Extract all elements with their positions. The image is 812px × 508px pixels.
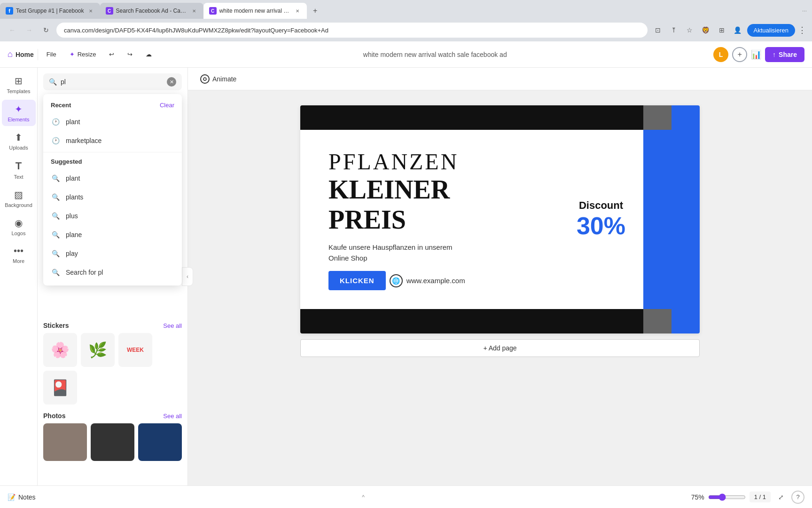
toolbar-divider-1 [38, 49, 38, 60]
photo-item-1[interactable] [43, 423, 87, 461]
home-label: Home [16, 51, 34, 58]
sidebar-item-background[interactable]: ▨ Background [2, 185, 36, 212]
sidebar-item-label-elements: Elements [8, 117, 30, 122]
search-input[interactable] [61, 78, 163, 86]
tab-canva-search[interactable]: C Search Facebook Ad - Canva ✕ [100, 3, 203, 19]
profile-icon[interactable]: 👤 [731, 24, 744, 37]
chevron-up-icon[interactable]: ^ [362, 494, 365, 500]
notes-label: Notes [18, 493, 36, 501]
sidebar-item-templates[interactable]: ⊞ Templates [2, 71, 36, 98]
suggested-item-plant[interactable]: 🔍 plant [43, 169, 182, 188]
clear-recent-button[interactable]: Clear [160, 102, 174, 109]
forward-button[interactable]: → [23, 24, 36, 37]
see-all-stickers-button[interactable]: See all [163, 322, 182, 329]
animate-icon: ⭘ [200, 74, 210, 84]
sticker-item-2[interactable]: 🌿 [81, 333, 115, 367]
clock-icon-1: 🕐 [51, 117, 60, 127]
see-all-photos-button[interactable]: See all [163, 413, 182, 420]
animate-button[interactable]: ⭘ Animate [195, 71, 241, 87]
bottom-bar: 📝 Notes ^ 75% 1 / 1 ⤢ ? [0, 485, 812, 508]
sidebar-item-uploads[interactable]: ⬆ Uploads [2, 128, 36, 154]
sidebar-item-label-text: Text [14, 174, 23, 180]
tab-close-facebook[interactable]: ✕ [87, 7, 94, 15]
suggested-item-play[interactable]: 🔍 play [43, 244, 182, 263]
notes-button[interactable]: 📝 Notes [8, 493, 36, 501]
photo-item-2[interactable] [91, 423, 134, 461]
suggested-item-search-pl[interactable]: 🔍 Search for pl [43, 263, 182, 282]
file-button[interactable]: File [42, 48, 61, 61]
design-card[interactable]: 🔒 ⧉ ↑ ↻ [300, 105, 700, 333]
add-collaborator-button[interactable]: + [732, 47, 747, 62]
tab-label-facebook: Test Gruppe #1 | Facebook [16, 8, 84, 14]
hide-panel-button[interactable]: ‹ [182, 267, 193, 286]
help-button[interactable]: ? [791, 491, 804, 504]
zoom-slider[interactable] [708, 493, 746, 501]
photo-item-3[interactable] [138, 423, 182, 461]
redo-button[interactable]: ↪ [123, 48, 137, 61]
design-url-row: KLICKEN 🌐 www.example.com [328, 271, 531, 290]
save-status-button[interactable]: ☁ [141, 48, 156, 61]
canva-toolbar: ⌂ Home File ✦ Resize ↩ ↪ ☁ white modern … [0, 41, 812, 68]
sticker-item-1[interactable]: 🌸 [43, 333, 77, 367]
search-input-wrapper[interactable]: 🔍 ✕ [43, 73, 182, 90]
browser-menu-icon[interactable]: ⋮ [798, 25, 806, 35]
brave-lion-icon[interactable]: 🦁 [699, 24, 712, 37]
suggested-item-plants[interactable]: 🔍 plants [43, 188, 182, 206]
recent-section-header: Recent Clear [43, 98, 182, 112]
tab-facebook[interactable]: f Test Gruppe #1 | Facebook ✕ [0, 3, 100, 19]
discount-label: Discount [579, 199, 623, 212]
sidebar-item-more[interactable]: ••• More [2, 242, 36, 268]
search-suggest-icon-4: 🔍 [51, 230, 60, 239]
browser-actions: ⊡ ⤒ ☆ 🦁 ⊞ 👤 Aktualisieren ⋮ [651, 24, 806, 37]
analytics-button[interactable]: 📊 [751, 49, 761, 60]
animate-label: Animate [212, 75, 236, 83]
extensions-icon[interactable]: ⊞ [715, 24, 728, 37]
stickers-section: Stickers See all 🌸 🌿 WEEK 🎴 [43, 322, 182, 405]
sidebar-item-text[interactable]: T Text [2, 156, 36, 183]
address-input[interactable]: canva.com/design/DAFD5-KX4F4/lup6hJW8uKd… [56, 23, 648, 38]
suggested-item-plus[interactable]: 🔍 plus [43, 206, 182, 225]
klicken-button[interactable]: KLICKEN [328, 271, 386, 290]
address-bar: ← → ↻ canva.com/design/DAFD5-KX4F4/lup6h… [0, 19, 812, 41]
tab-canva-active[interactable]: C white modern new arrival watc... ✕ [203, 3, 307, 19]
tab-close-canva-active[interactable]: ✕ [294, 7, 301, 15]
suggested-item-text-plants: plants [66, 193, 83, 201]
star-icon[interactable]: ☆ [683, 24, 696, 37]
background-icon: ▨ [14, 189, 23, 200]
suggested-item-text-plant: plant [66, 175, 80, 182]
sidebar-item-logos[interactable]: ◉ Logos [2, 214, 36, 240]
suggested-item-plane[interactable]: 🔍 plane [43, 225, 182, 244]
user-avatar[interactable]: L [713, 47, 728, 62]
design-subtitle: Kaufe unsere Hauspflanzen in unserem Onl… [328, 242, 531, 263]
back-button[interactable]: ← [6, 24, 19, 37]
home-button[interactable]: ⌂ Home [8, 49, 34, 59]
sidebar-item-label-logos: Logos [12, 230, 26, 236]
suggested-item-text-plus: plus [66, 212, 78, 220]
add-page-button[interactable]: + Add page [300, 339, 700, 357]
minimize-button[interactable]: ⋯ [801, 7, 808, 15]
share-button[interactable]: ↑ Share [765, 47, 804, 62]
resize-button[interactable]: ✦ Resize [65, 48, 101, 61]
new-tab-button[interactable]: + [309, 4, 322, 17]
toolbar-right: L + 📊 ↑ Share [713, 47, 804, 62]
sticker-item-4[interactable]: 🎴 [43, 371, 77, 405]
left-sidebar: ⊞ Templates ✦ Elements ⬆ Uploads T Text … [0, 68, 38, 485]
document-title: white modern new arrival watch sale face… [363, 51, 507, 58]
sidebar-item-elements[interactable]: ✦ Elements [2, 100, 36, 126]
clear-search-button[interactable]: ✕ [167, 77, 176, 87]
update-button[interactable]: Aktualisieren [747, 24, 795, 37]
section-divider [43, 152, 182, 152]
bookmark-icon[interactable]: ⤒ [667, 24, 680, 37]
expand-button[interactable]: ⤢ [774, 491, 788, 504]
screen-capture-icon[interactable]: ⊡ [651, 24, 664, 37]
search-suggest-icon-5: 🔍 [51, 249, 60, 258]
undo-button[interactable]: ↩ [104, 48, 119, 61]
tab-close-canva-search[interactable]: ✕ [190, 7, 198, 15]
subtitle-line1: Kaufe unsere Hauspflanzen in unserem [328, 243, 453, 251]
sidebar-item-label-more: More [13, 258, 24, 264]
recent-item-marketplace[interactable]: 🕐 marketplace [43, 131, 182, 150]
recent-item-plant[interactable]: 🕐 plant [43, 112, 182, 131]
toolbar-center: white modern new arrival watch sale face… [162, 51, 708, 58]
reload-button[interactable]: ↻ [39, 24, 53, 37]
sticker-item-3[interactable]: WEEK [118, 333, 152, 367]
